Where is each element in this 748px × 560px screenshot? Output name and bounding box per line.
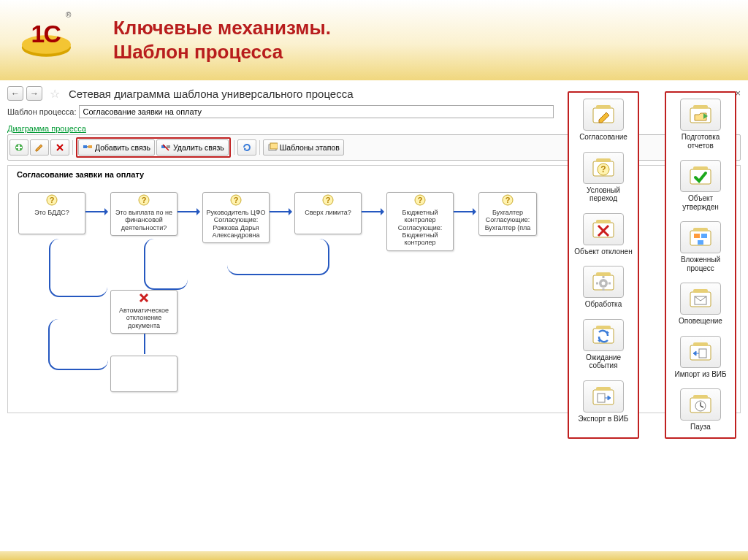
svg-rect-60 [693,395,708,399]
back-button[interactable]: ← [7,86,23,101]
legend-item-agreement[interactable]: Согласование [572,99,635,142]
svg-text:?: ? [234,196,239,204]
1c-logo: 1 C [18,13,77,64]
legend-item-nested[interactable]: Вложенный процесс [669,221,732,272]
svg-rect-51 [701,234,707,238]
node-bdds[interactable]: ? Это БДДС? [18,192,85,234]
footer-accent [0,551,748,560]
svg-rect-32 [596,272,611,276]
svg-rect-26 [596,158,611,162]
toolbar-add-button[interactable] [9,139,28,156]
import-icon [680,336,721,368]
legend-label: Подготовка отчетов [669,133,732,150]
separator-icon [234,140,234,155]
svg-text:?: ? [600,164,606,174]
node-blank[interactable] [110,356,178,392]
svg-rect-52 [698,240,703,245]
curve-icon [144,239,188,290]
clock-icon [680,388,721,421]
reject-icon [138,292,150,304]
question-icon: ? [46,194,58,206]
favorite-star-icon[interactable]: ☆ [50,87,63,100]
question-icon: ? [502,194,514,206]
node-accountant[interactable]: ? Бухгалтер Согласующие: Бухгалтер (пла [478,192,537,236]
svg-rect-54 [693,289,708,293]
curve-icon [49,239,107,297]
legend-column-right: Подготовка отчетов Объект утвержден Влож… [665,91,736,439]
arrow-icon [178,211,199,212]
svg-text:1: 1 [31,20,45,47]
gear-icon [583,266,624,298]
legend-item-import[interactable]: Импорт из ВИБ [669,336,732,379]
templates-icon [267,142,278,153]
slide-title-line1: Ключевые механизмы. [113,16,748,40]
node-label: Бюджетный контролер Согласующие: Бюджетн… [387,207,453,250]
template-name-input[interactable] [79,105,554,118]
toolbar-refresh-button[interactable] [237,139,256,156]
svg-rect-46 [690,169,711,184]
arrow-icon [362,211,383,212]
toolbar-delete-button[interactable] [50,139,69,156]
toolbar-edit-button[interactable] [30,139,49,156]
legend-item-waiting[interactable]: Ожидание события [572,319,635,370]
slide-title-line2: Шаблон процесса [113,40,748,64]
legend-item-reports[interactable]: Подготовка отчетов [669,99,732,150]
node-label: Автоматическое отклонение документа [111,305,177,333]
legend-label: Объект отклонен [572,248,635,256]
slide-header: 1 C ® Ключевые механизмы. Шаблон процесс… [0,0,748,80]
arrow-icon [144,334,145,354]
svg-rect-43 [598,394,605,402]
registered-icon: ® [66,11,71,19]
legend-panel: Согласование ? Условный переход Объект о… [568,91,736,439]
legend-item-conditional[interactable]: ? Условный переход [572,152,635,203]
arrows-icon [583,319,624,351]
legend-item-approved[interactable]: Объект утвержден [669,160,732,211]
forward-button[interactable]: → [26,86,42,101]
pencil-icon [14,142,24,153]
svg-rect-50 [694,234,700,238]
legend-label: Оповещение [669,317,732,326]
legend-item-pause[interactable]: Пауза [669,388,732,431]
svg-text:?: ? [50,196,55,204]
legend-column-left: Согласование ? Условный переход Объект о… [568,91,639,439]
svg-rect-30 [596,220,611,223]
refresh-icon [242,142,252,153]
nested-icon [680,221,721,253]
stage-templates-button[interactable]: Шаблоны этапов [263,139,344,156]
template-field-label: Шаблон процесса: [7,107,76,116]
legend-item-rejected[interactable]: Объект отклонен [572,213,635,256]
node-label: Сверх лимита? [295,207,361,234]
mail-icon [680,283,721,315]
stage-templates-label: Шаблоны этапов [280,143,340,152]
node-autoreject[interactable]: Автоматическое отклонение документа [110,290,178,334]
legend-label: Ожидание события [572,353,635,370]
reject-icon [583,213,624,245]
add-link-button[interactable]: Добавить связь [78,139,155,156]
legend-label: Импорт из ВИБ [669,370,732,379]
legend-item-processing[interactable]: Обработка [572,266,635,309]
node-cfo[interactable]: ? Руководитель ЦФО Согласующие: Рожкова … [202,192,270,243]
svg-rect-6 [88,145,92,148]
remove-link-button[interactable]: Удалить связь [156,139,229,156]
legend-label: Условный переход [572,186,635,203]
node-nonfin[interactable]: ? Это выплата по не финансовой деятельно… [110,192,178,236]
edit-icon [34,142,45,153]
node-label: Бухгалтер Согласующие: Бухгалтер (пла [479,207,536,235]
diagram-title: Согласование заявки на оплату [17,170,144,179]
node-label: Руководитель ЦФО Согласующие: Рожкова Да… [203,207,269,242]
question-icon: ? [138,194,150,206]
svg-text:?: ? [326,196,331,204]
arrow-icon [454,211,476,212]
link-add-icon [83,142,93,153]
check-icon [680,160,721,192]
arrow-icon [85,211,107,212]
node-limit[interactable]: ? Сверх лимита? [294,192,362,234]
legend-item-export[interactable]: Экспорт в ВИБ [572,380,635,423]
svg-rect-42 [596,387,611,391]
arrow-icon [270,211,291,212]
legend-item-notify[interactable]: Оповещение [669,283,732,326]
pencil-icon [583,99,624,131]
node-budget[interactable]: ? Бюджетный контролер Согласующие: Бюдже… [386,192,454,251]
legend-label: Пауза [669,423,732,431]
svg-text:?: ? [418,196,423,204]
